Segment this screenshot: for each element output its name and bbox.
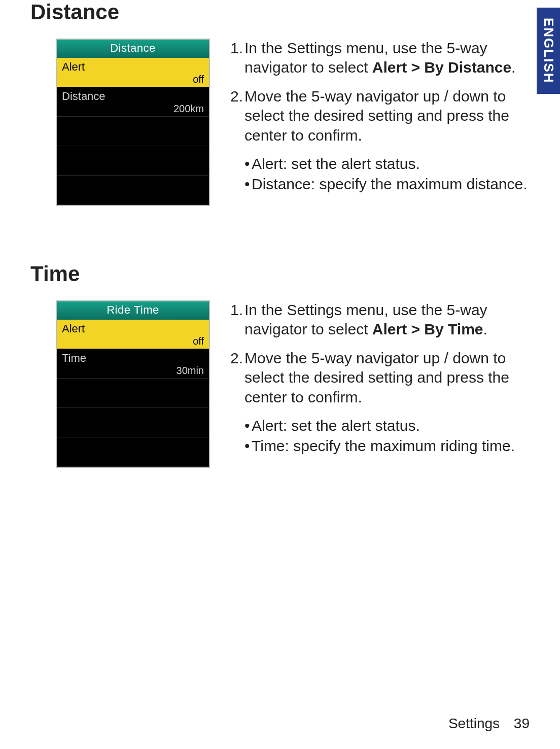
- footer-section: Settings: [448, 716, 500, 731]
- instruction-step: 1. In the Settings menu, use the 5-way n…: [230, 300, 530, 339]
- device-row-empty: [57, 379, 209, 408]
- device-row[interactable]: Alert off: [57, 58, 209, 87]
- device-row-label: Distance: [62, 90, 204, 103]
- footer-page-number: 39: [514, 716, 530, 731]
- bullet-list: • Alert: set the alert status. • Time: s…: [230, 416, 530, 456]
- bullet-list: • Alert: set the alert status. • Distanc…: [230, 154, 530, 194]
- device-screen-distance: Distance Alert off Distance 200km: [56, 39, 210, 206]
- device-row-value: 200km: [62, 103, 204, 114]
- device-row-label: Time: [62, 352, 204, 364]
- step-number: 1.: [230, 39, 244, 78]
- instruction-step: 2. Move the 5-way navigator up / down to…: [230, 87, 530, 145]
- device-row-label: Alert: [62, 323, 204, 335]
- section-body-time: Ride Time Alert off Time 30min 1. In the: [30, 300, 530, 468]
- device-row-value: off: [62, 74, 204, 85]
- bullet-item: • Alert: set the alert status.: [244, 416, 530, 435]
- step-text: Move the 5-way navigator up / down to se…: [244, 349, 530, 407]
- step-bold: Alert > By Distance: [372, 59, 511, 76]
- section-heading-distance: Distance: [30, 0, 530, 24]
- device-row-value: 30min: [62, 365, 204, 376]
- bullet-item: • Time: specify the maximum riding time.: [244, 436, 530, 456]
- bullet-dot: •: [244, 175, 252, 194]
- bullet-dot: •: [244, 416, 252, 435]
- step-pre: Move the 5-way navigator up / down to se…: [244, 88, 509, 144]
- device-row-empty: [57, 408, 209, 437]
- bullet-text: Alert: set the alert status.: [252, 416, 530, 435]
- device-row-empty: [57, 146, 209, 176]
- instructions-time: 1. In the Settings menu, use the 5-way n…: [230, 300, 530, 457]
- bullet-dot: •: [244, 154, 252, 174]
- step-text: In the Settings menu, use the 5-way navi…: [244, 39, 530, 78]
- bullet-item: • Distance: specify the maximum distance…: [244, 175, 530, 194]
- step-text: In the Settings menu, use the 5-way navi…: [244, 300, 530, 339]
- page: ENGLISH Distance Distance Alert off Dist…: [0, 0, 560, 749]
- device-row-label: Alert: [62, 61, 204, 73]
- step-post: .: [483, 321, 487, 337]
- section-body-distance: Distance Alert off Distance 200km 1. In: [30, 39, 530, 206]
- language-tab: ENGLISH: [537, 8, 560, 94]
- instruction-step: 2. Move the 5-way navigator up / down to…: [230, 349, 530, 407]
- section-time: Time Ride Time Alert off Time 30min 1.: [30, 262, 530, 468]
- device-row[interactable]: Time 30min: [57, 349, 209, 379]
- step-number: 2.: [230, 87, 244, 145]
- step-number: 1.: [230, 300, 244, 339]
- instructions-distance: 1. In the Settings menu, use the 5-way n…: [230, 39, 530, 195]
- step-post: .: [511, 59, 515, 76]
- device-title: Ride Time: [57, 301, 209, 320]
- bullet-item: • Alert: set the alert status.: [244, 154, 530, 174]
- bullet-dot: •: [244, 436, 252, 456]
- step-bold: Alert > By Time: [372, 321, 483, 337]
- section-heading-time: Time: [30, 262, 530, 286]
- instruction-step: 1. In the Settings menu, use the 5-way n…: [230, 39, 530, 78]
- device-row-empty: [57, 437, 209, 467]
- device-screen-time: Ride Time Alert off Time 30min: [56, 300, 210, 468]
- device-title: Distance: [57, 40, 209, 58]
- bullet-text: Time: specify the maximum riding time.: [252, 436, 530, 456]
- step-pre: Move the 5-way navigator up / down to se…: [244, 350, 509, 405]
- bullet-text: Alert: set the alert status.: [252, 154, 530, 174]
- device-row-empty: [57, 117, 209, 146]
- device-row[interactable]: Distance 200km: [57, 87, 209, 117]
- device-row-value: off: [62, 335, 204, 347]
- section-distance: Distance Distance Alert off Distance 200…: [30, 0, 530, 206]
- step-text: Move the 5-way navigator up / down to se…: [244, 87, 530, 145]
- language-tab-label: ENGLISH: [541, 18, 556, 84]
- page-footer: Settings 39: [448, 716, 530, 732]
- step-number: 2.: [230, 349, 244, 407]
- device-row-empty: [57, 176, 209, 205]
- bullet-text: Distance: specify the maximum distance.: [252, 175, 530, 194]
- device-row[interactable]: Alert off: [57, 320, 209, 349]
